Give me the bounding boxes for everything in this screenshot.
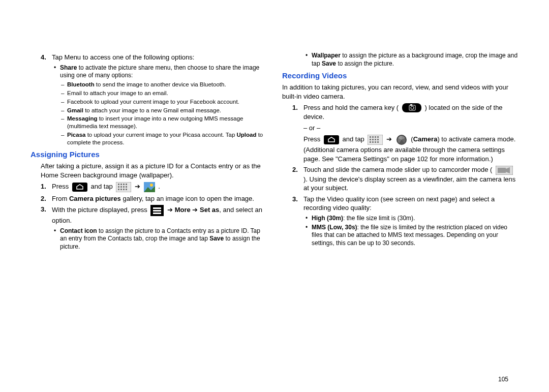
assign-step-3: 3. With the picture displayed, press ➔ M… (41, 205, 267, 225)
svg-point-15 (150, 184, 153, 187)
step-text: Tap the Video quality icon (see screen o… (303, 195, 518, 213)
svg-rect-29 (377, 136, 379, 138)
step-number: 3. (292, 195, 303, 213)
svg-rect-35 (372, 141, 374, 143)
assign-step-1: 1. Press and tap ➔ . (41, 182, 267, 192)
bullet-mms: • MMS (Low, 30s): the file size is limit… (306, 224, 518, 248)
step-number: 3. (41, 205, 52, 225)
record-step-1: 1. Press and hold the camera key ( ) loc… (292, 103, 518, 164)
bullet-text: High (30m): the file size limit is (30m)… (312, 215, 415, 223)
bullet-text: MMS (Low, 30s): the file size is limited… (312, 224, 518, 248)
dash-messaging: – Messaging to insert your image into a … (61, 115, 267, 130)
bullet-share: • Share to activate the picture share me… (54, 64, 267, 80)
step-number: 1. (41, 182, 52, 192)
recording-intro: In addition to taking pictures, you can … (282, 83, 518, 101)
dash-gmail: – Gmail to attach your image to a new Gm… (61, 107, 267, 114)
svg-rect-37 (377, 141, 379, 143)
bullet-marker: • (54, 227, 60, 251)
dash-text: Email to attach your image to an email. (67, 89, 168, 97)
right-column: • Wallpaper to assign the picture as a b… (282, 51, 518, 377)
bullet-marker: • (306, 215, 312, 223)
camera-key-icon (402, 103, 421, 112)
apps-grid-icon (116, 182, 131, 192)
page: 4. Tap Menu to access one of the followi… (0, 0, 549, 392)
dash-marker: – (61, 98, 67, 106)
assign-step-2: 2. From Camera pictures gallery, tap an … (41, 194, 267, 203)
dash-marker: – (61, 131, 67, 146)
svg-rect-18 (153, 210, 161, 212)
section-assigning-pictures: Assigning Pictures (30, 149, 267, 160)
menu-icon (150, 205, 164, 216)
svg-rect-27 (372, 136, 374, 138)
dash-marker: – (61, 81, 67, 88)
step-number: 2. (41, 194, 52, 203)
page-number: 105 (498, 376, 508, 383)
svg-rect-0 (72, 183, 87, 192)
bullet-marker: • (306, 52, 312, 68)
bullet-contact-icon: • Contact icon to assign the picture to … (54, 227, 267, 251)
svg-rect-11 (120, 189, 122, 190)
step-text: Touch and slide the camera mode slider u… (303, 165, 518, 193)
record-step-2: 2. Touch and slide the camera mode slide… (292, 165, 518, 193)
step-text: Tap Menu to access one of the following … (52, 53, 267, 62)
step-number: 1. (292, 103, 303, 164)
dash-text: Messaging to insert your image into a ne… (67, 115, 267, 130)
svg-rect-17 (153, 207, 161, 209)
dash-facebook: – Facebook to upload your current image … (61, 98, 267, 106)
bullet-text: Contact icon to assign the picture to a … (60, 227, 267, 251)
step-4: 4. Tap Menu to access one of the followi… (41, 53, 267, 62)
svg-rect-12 (123, 189, 125, 190)
bullet-marker: • (54, 64, 60, 80)
svg-rect-13 (126, 189, 127, 190)
step-text: With the picture displayed, press ➔ More… (52, 205, 267, 225)
svg-rect-32 (375, 139, 376, 140)
dash-text: Bluetooth to send the image to another d… (67, 81, 226, 88)
svg-rect-28 (375, 136, 376, 138)
svg-rect-2 (118, 184, 119, 185)
record-step-3: 3. Tap the Video quality icon (see scree… (292, 195, 518, 213)
svg-rect-19 (153, 213, 161, 214)
step-text: Press and hold the camera key ( ) locate… (303, 103, 518, 164)
assign-intro: After taking a picture, assign it as a p… (41, 162, 267, 179)
svg-rect-40 (498, 168, 506, 173)
svg-rect-33 (377, 139, 379, 140)
svg-rect-31 (372, 139, 374, 140)
dash-marker: – (61, 89, 67, 97)
svg-rect-7 (120, 186, 122, 188)
camcorder-icon (496, 166, 513, 175)
bullet-text: Wallpaper to assign the picture as a bac… (312, 52, 518, 68)
svg-rect-36 (375, 141, 376, 143)
left-column: 4. Tap Menu to access one of the followi… (30, 51, 267, 377)
svg-rect-4 (123, 184, 125, 185)
dash-marker: – (61, 107, 67, 114)
bullet-high: • High (30m): the file size limit is (30… (306, 215, 518, 223)
gallery-icon (144, 182, 155, 192)
dash-marker: – (61, 115, 67, 130)
dash-text: Facebook to upload your current image to… (67, 98, 239, 106)
section-recording-videos: Recording Videos (282, 71, 518, 81)
dash-bluetooth: – Bluetooth to send the image to another… (61, 81, 267, 88)
step-text: Press and tap ➔ . (52, 182, 267, 192)
svg-rect-34 (370, 141, 371, 143)
bullet-marker: • (306, 224, 312, 248)
bullet-text: Share to activate the picture share menu… (60, 64, 267, 80)
step-text: From Camera pictures gallery, tap an ima… (52, 194, 267, 203)
svg-rect-23 (410, 104, 412, 106)
apps-grid-icon (368, 135, 383, 145)
svg-rect-9 (126, 186, 127, 188)
svg-rect-30 (370, 139, 371, 140)
svg-rect-26 (370, 136, 371, 138)
svg-rect-5 (126, 184, 127, 185)
or-separator: – or – (303, 124, 518, 133)
dash-picasa: – Picasa to upload your current image to… (61, 131, 267, 146)
camera-app-icon (395, 134, 408, 145)
dash-text: Gmail to attach your image to a new Gmai… (67, 107, 221, 114)
svg-rect-24 (324, 135, 339, 144)
dash-text: Picasa to upload your current image to y… (67, 131, 267, 146)
svg-rect-6 (118, 186, 119, 188)
step-number: 2. (292, 165, 303, 193)
home-icon (72, 183, 87, 192)
svg-rect-3 (120, 184, 122, 185)
svg-rect-8 (123, 186, 125, 188)
dash-email: – Email to attach your image to an email… (61, 89, 267, 97)
